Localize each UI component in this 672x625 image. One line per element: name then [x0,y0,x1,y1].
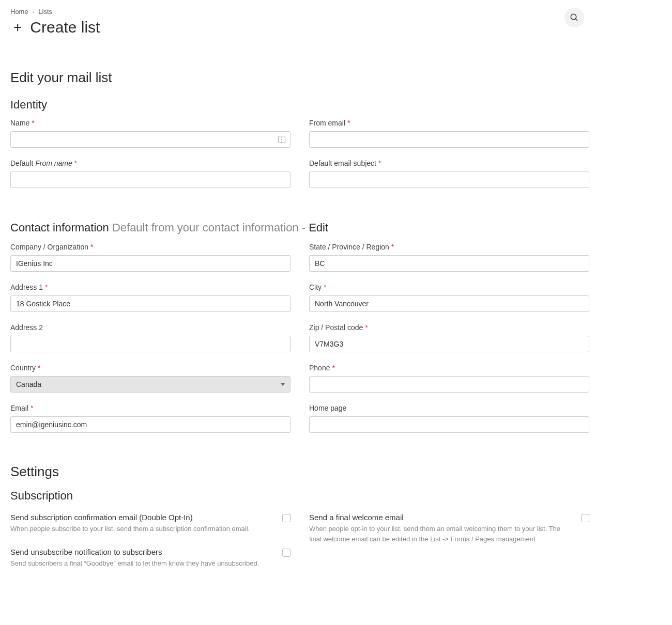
company-label: Company / Organization * [10,243,291,251]
country-select-value: Canada [16,380,41,388]
from-email-input[interactable] [309,131,589,148]
page-title: Create list [30,19,100,36]
default-subject-input[interactable] [309,171,589,188]
default-from-name-label: Default From name * [10,159,291,167]
zip-label: Zip / Postal code * [309,323,589,332]
phone-input[interactable] [309,376,589,393]
search-icon [570,13,579,22]
breadcrumb-home[interactable]: Home [10,8,28,15]
address1-label: Address 1 * [10,283,291,291]
plus-icon: + [10,20,22,35]
city-input[interactable] [309,295,589,312]
state-input[interactable] [309,255,589,272]
section-identity: Identity [10,98,662,112]
search-button[interactable] [564,8,584,27]
state-label: State / Province / Region * [309,243,589,251]
address1-input[interactable] [10,295,291,312]
setting-unsubscribe-title: Send unsubscribe notification to subscri… [10,548,274,556]
default-from-name-input[interactable] [10,171,291,188]
section-settings: Settings [10,464,662,480]
name-input[interactable] [10,131,291,148]
section-edit-mail-list: Edit your mail list [10,70,662,86]
company-input[interactable] [10,255,291,272]
name-label: Name * [10,119,291,127]
email-input[interactable] [10,416,291,433]
setting-unsubscribe-desc: Send subscribers a final “Goodbye” email… [10,558,274,569]
zip-input[interactable] [309,336,589,352]
setting-unsubscribe-checkbox[interactable] [282,549,291,557]
section-subscription: Subscription [10,489,662,503]
svg-line-1 [575,19,577,21]
address2-input[interactable] [10,336,291,352]
breadcrumb: Home › Lists [10,8,100,15]
phone-label: Phone * [309,364,589,372]
default-subject-label: Default email subject * [309,159,589,167]
chevron-right-icon: › [33,9,35,15]
setting-confirm-checkbox[interactable] [282,514,291,522]
country-label: Country * [10,364,291,372]
setting-welcome-desc: When people opt-in to your list, send th… [309,524,573,544]
homepage-label: Home page [309,404,589,412]
from-email-label: From email * [309,119,589,127]
autofill-icon: ⋮ [278,136,285,143]
homepage-input[interactable] [309,416,589,433]
edit-contact-link[interactable]: Edit [309,221,328,234]
setting-confirm-title: Send subscription confirmation email (Do… [10,513,274,522]
address2-label: Address 2 [10,323,291,332]
section-contact-info: Contact information Default from your co… [10,221,328,234]
setting-welcome-checkbox[interactable] [581,514,589,522]
setting-welcome-title: Send a final welcome email [309,513,573,522]
chevron-down-icon [281,383,285,386]
setting-confirm-desc: When people subscribe to your list, send… [10,524,274,534]
svg-point-0 [571,14,576,20]
city-label: City * [309,283,589,291]
breadcrumb-lists[interactable]: Lists [38,8,52,15]
country-select[interactable]: Canada [10,376,291,393]
email-label: Email * [10,404,291,412]
